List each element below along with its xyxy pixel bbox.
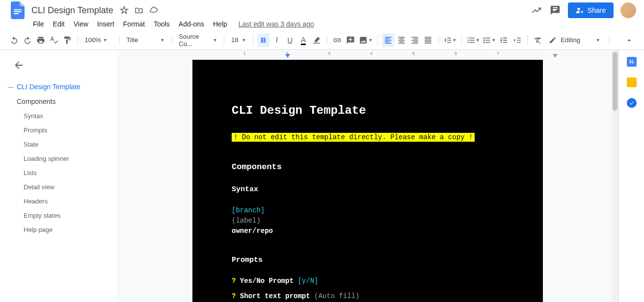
print-icon[interactable] (34, 33, 47, 47)
align-center-icon[interactable] (395, 33, 407, 47)
clear-format-icon[interactable] (532, 33, 544, 47)
menu-view[interactable]: View (70, 18, 92, 30)
italic-icon[interactable]: I (270, 33, 283, 47)
svg-rect-2 (14, 13, 19, 14)
syntax-owner: owner/repo (232, 226, 504, 236)
text-color-icon[interactable]: A (297, 33, 309, 47)
scrollbar-thumb[interactable] (613, 52, 617, 111)
numbered-list-icon[interactable]: ▼ (466, 33, 481, 47)
doc-h2-components: Components (232, 162, 504, 172)
menu-addons[interactable]: Add-ons (175, 18, 208, 30)
format-paint-icon[interactable] (61, 33, 74, 47)
syntax-label: (label) (232, 216, 504, 226)
warning-banner: ! Do not edit this template directly. Pl… (232, 133, 475, 142)
toolbar: 100%▼ Title▼ Source Co...▼ 18▼ B I U A ▼… (0, 30, 644, 50)
outline-sidebar: CLI Design Template Components Syntax Pr… (0, 50, 117, 302)
svg-rect-1 (14, 11, 22, 12)
size-select[interactable]: 18▼ (228, 34, 249, 46)
last-edit[interactable]: Last edit was 3 days ago (239, 20, 314, 28)
align-justify-icon[interactable] (422, 33, 434, 47)
doc-h3-syntax: Syntax (232, 185, 504, 194)
menu-help[interactable]: Help (210, 18, 231, 30)
back-icon[interactable] (0, 60, 117, 79)
underline-icon[interactable]: U (284, 33, 296, 47)
align-right-icon[interactable] (408, 33, 421, 47)
keep-icon[interactable] (627, 77, 637, 87)
svg-rect-0 (14, 9, 22, 10)
outline-item-loading[interactable]: Loading spinner (0, 151, 117, 166)
link-icon[interactable] (331, 33, 344, 47)
outline-item-components[interactable]: Components (0, 94, 117, 109)
svg-point-5 (483, 39, 485, 41)
svg-point-6 (483, 42, 485, 43)
prompt-line-yn: ? Yes/No Prompt [y/N] (232, 276, 504, 286)
calendar-icon[interactable]: 31 (627, 57, 637, 67)
spellcheck-icon[interactable] (48, 33, 60, 47)
share-label: Share (588, 6, 606, 14)
cloud-icon[interactable] (149, 5, 159, 15)
share-button[interactable]: Share (568, 2, 614, 18)
font-select[interactable]: Source Co...▼ (176, 31, 220, 50)
align-left-icon[interactable] (382, 33, 394, 47)
document-canvas[interactable]: 1 2 3 4 5 6 7 CLI Design Template ! Do n… (117, 50, 618, 302)
avatar[interactable] (620, 2, 636, 18)
outline-item-help[interactable]: Help page (0, 223, 117, 237)
document-title[interactable]: CLI Design Template (29, 4, 115, 17)
add-comment-icon[interactable] (345, 33, 357, 47)
outline-item-empty[interactable]: Empty states (0, 208, 117, 223)
collapse-icon[interactable] (622, 33, 636, 47)
syntax-branch: [branch] (232, 205, 504, 216)
undo-icon[interactable] (8, 33, 20, 47)
menu-insert[interactable]: Insert (94, 18, 118, 30)
outline-item-prompts[interactable]: Prompts (0, 123, 117, 137)
menubar: File Edit View Insert Format Tools Add-o… (0, 18, 644, 30)
star-icon[interactable] (119, 5, 129, 15)
redo-icon[interactable] (21, 33, 33, 47)
bold-icon[interactable]: B (257, 33, 269, 47)
doc-h3-prompts: Prompts (232, 256, 504, 264)
outline-item-syntax[interactable]: Syntax (0, 109, 117, 123)
ruler-indent-left-icon[interactable] (285, 54, 290, 59)
menu-format[interactable]: Format (120, 18, 148, 30)
indent-decrease-icon[interactable] (498, 33, 510, 47)
line-spacing-icon[interactable]: ▼ (442, 33, 457, 47)
highlight-icon[interactable] (311, 33, 323, 47)
side-panel: 31 (618, 50, 644, 302)
trends-icon[interactable] (531, 4, 542, 16)
tasks-icon[interactable] (627, 98, 637, 108)
comment-icon[interactable] (549, 4, 561, 16)
docs-logo-icon[interactable] (8, 0, 27, 20)
title-bar: CLI Design Template Share (0, 0, 644, 18)
bullet-list-icon[interactable]: ▼ (482, 33, 497, 47)
svg-rect-3 (313, 43, 320, 44)
main: CLI Design Template Components Syntax Pr… (0, 50, 644, 302)
outline-item-state[interactable]: State (0, 137, 117, 151)
prompt-line-short: ? Short text prompt (Auto fill) (232, 291, 504, 302)
zoom-select[interactable]: 100%▼ (82, 34, 115, 46)
svg-rect-7 (630, 85, 633, 86)
doc-h1: CLI Design Template (232, 104, 504, 117)
scrollbar[interactable] (612, 50, 618, 302)
move-icon[interactable] (134, 5, 144, 15)
image-icon[interactable]: ▼ (358, 33, 374, 47)
outline-item-lists[interactable]: Lists (0, 166, 117, 180)
ruler-indent-right-icon[interactable] (553, 54, 558, 59)
menu-edit[interactable]: Edit (50, 18, 68, 30)
mode-button[interactable]: Editing ▼ (545, 34, 604, 46)
outline-item-headers[interactable]: Headers (0, 194, 117, 208)
style-select[interactable]: Title▼ (123, 34, 167, 46)
ruler[interactable]: 1 2 3 4 5 6 7 (117, 50, 618, 58)
indent-increase-icon[interactable] (511, 33, 523, 47)
svg-point-4 (483, 37, 485, 39)
outline-item-detail[interactable]: Detail view (0, 180, 117, 194)
outline-item-title[interactable]: CLI Design Template (0, 79, 117, 94)
menu-file[interactable]: File (29, 18, 48, 30)
page[interactable]: CLI Design Template ! Do not edit this t… (192, 60, 543, 302)
menu-tools[interactable]: Tools (150, 18, 173, 30)
